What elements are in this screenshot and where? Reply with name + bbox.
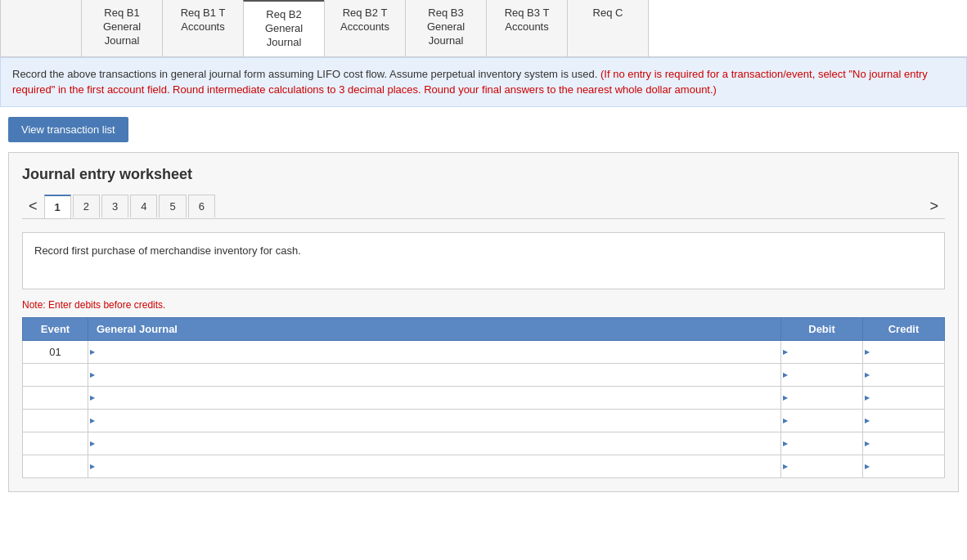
debit-input-4[interactable] (781, 410, 862, 432)
table-row (23, 432, 945, 455)
journal-input-1[interactable] (88, 341, 780, 363)
tab-req-b1-t[interactable]: Req B1 T Accounts (162, 0, 244, 56)
table-row (23, 363, 945, 386)
header-debit: Debit (781, 317, 863, 340)
debit-input-cell-5[interactable] (781, 432, 863, 455)
journal-input-6[interactable] (88, 455, 780, 477)
next-page-button[interactable]: > (923, 195, 945, 218)
credit-input-6[interactable] (863, 455, 944, 477)
page-tab-1[interactable]: 1 (44, 195, 71, 218)
journal-input-cell-6[interactable] (88, 455, 781, 477)
credit-input-cell-2[interactable] (863, 363, 945, 386)
table-row (23, 386, 945, 409)
debit-input-1[interactable] (781, 341, 862, 363)
table-row: 01 (23, 340, 945, 363)
journal-input-cell-1[interactable] (88, 340, 781, 363)
page-tab-5[interactable]: 5 (159, 195, 186, 217)
journal-input-5[interactable] (88, 432, 780, 455)
tab-req-b3-general[interactable]: Req B3 General Journal (405, 0, 487, 56)
tab-req-b3-t[interactable]: Req B3 T Accounts (486, 0, 568, 56)
event-cell-4 (23, 409, 88, 432)
event-cell-2 (23, 363, 88, 386)
page-tabs: < 1 2 3 4 5 6 > (22, 195, 945, 219)
tab-req-b2-general[interactable]: Req B2 General Journal (243, 0, 325, 56)
credit-input-5[interactable] (863, 432, 944, 455)
record-description: Record first purchase of merchandise inv… (22, 232, 945, 289)
top-navigation: Req B1 General Journal Req B1 T Accounts… (0, 0, 967, 57)
journal-input-cell-3[interactable] (88, 386, 781, 409)
tab-req-c[interactable]: Req C (567, 0, 649, 56)
page-tab-2[interactable]: 2 (73, 195, 100, 217)
header-general-journal: General Journal (88, 317, 781, 340)
event-cell-1: 01 (23, 340, 88, 363)
table-row (23, 455, 945, 477)
debit-input-cell-4[interactable] (781, 409, 863, 432)
debit-input-6[interactable] (781, 455, 862, 477)
page-tab-6[interactable]: 6 (188, 195, 215, 217)
debit-input-cell-2[interactable] (781, 363, 863, 386)
debit-input-2[interactable] (781, 364, 862, 386)
instruction-box: Record the above transactions in general… (0, 57, 967, 107)
event-cell-3 (23, 386, 88, 409)
credit-input-1[interactable] (863, 341, 944, 363)
page-tab-4[interactable]: 4 (130, 195, 157, 217)
credit-input-cell-5[interactable] (863, 432, 945, 455)
credit-input-4[interactable] (863, 410, 944, 432)
worksheet-title: Journal entry worksheet (22, 166, 945, 183)
debit-input-5[interactable] (781, 432, 862, 455)
tab-req-a[interactable] (0, 0, 82, 56)
worksheet-container: Journal entry worksheet < 1 2 3 4 5 6 > … (8, 152, 959, 492)
journal-input-cell-4[interactable] (88, 409, 781, 432)
page-tab-3[interactable]: 3 (101, 195, 128, 217)
header-credit: Credit (863, 317, 945, 340)
tab-req-b2-t[interactable]: Req B2 T Acccounts (324, 0, 406, 56)
journal-input-2[interactable] (88, 364, 780, 386)
event-cell-6 (23, 455, 88, 477)
debit-input-cell-6[interactable] (781, 455, 863, 477)
prev-page-button[interactable]: < (22, 195, 44, 218)
tab-req-b1-general[interactable]: Req B1 General Journal (81, 0, 163, 56)
header-event: Event (23, 317, 88, 340)
debit-input-cell-1[interactable] (781, 340, 863, 363)
credit-input-cell-6[interactable] (863, 455, 945, 477)
journal-input-cell-5[interactable] (88, 432, 781, 455)
credit-input-cell-4[interactable] (863, 409, 945, 432)
credit-input-3[interactable] (863, 387, 944, 409)
debit-input-cell-3[interactable] (781, 386, 863, 409)
table-row (23, 409, 945, 432)
debit-input-3[interactable] (781, 387, 862, 409)
journal-table: Event General Journal Debit Credit 01 (22, 317, 945, 478)
credit-input-cell-1[interactable] (863, 340, 945, 363)
view-transaction-button[interactable]: View transaction list (8, 117, 128, 142)
note-text: Note: Enter debits before credits. (22, 299, 945, 311)
journal-input-4[interactable] (88, 410, 780, 432)
journal-input-3[interactable] (88, 387, 780, 409)
event-cell-5 (23, 432, 88, 455)
credit-input-cell-3[interactable] (863, 386, 945, 409)
credit-input-2[interactable] (863, 364, 944, 386)
journal-input-cell-2[interactable] (88, 363, 781, 386)
